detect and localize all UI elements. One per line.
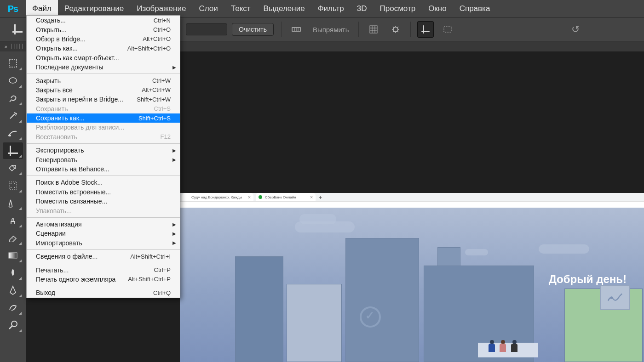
tool-quick-select[interactable] [3,107,23,124]
menu-слои[interactable]: Слои [192,0,224,17]
menu-item[interactable]: Открыть...Ctrl+O [27,25,180,34]
menu-item[interactable]: Создать...Ctrl+N [27,16,180,25]
tool-crop[interactable] [3,142,23,159]
menu-просмотр[interactable]: Просмотр [374,0,422,17]
menu-item[interactable]: Сведения о файле...Alt+Shift+Ctrl+I [27,252,180,261]
menu-item[interactable]: ЗакрытьCtrl+W [27,76,180,85]
menu-item[interactable]: Генерировать▶ [27,155,180,164]
svg-point-27 [14,183,15,184]
tool-eyedropper[interactable] [3,195,23,211]
embedded-browser-tab: СберБанк Онлайн× [256,193,316,201]
svg-point-28 [11,187,12,188]
svg-point-20 [9,78,17,83]
svg-line-30 [12,238,14,240]
crop-settings-icon[interactable] [387,21,404,38]
photoshop-logo-icon: Ps [0,0,26,18]
menu-справка[interactable]: Справка [453,0,497,17]
clear-button[interactable]: Очистить [232,23,274,36]
menu-item[interactable]: Поместить встроенные... [27,187,180,197]
svg-line-17 [397,27,398,28]
tool-zoom[interactable] [3,317,23,334]
svg-line-33 [9,326,12,329]
tool-slice[interactable] [3,160,23,176]
menu-separator [27,249,180,250]
bench-scene [478,334,538,362]
svg-point-23 [15,113,16,114]
tool-gradient[interactable] [3,247,23,264]
tool-frame[interactable] [3,177,23,194]
menu-окно[interactable]: Окно [422,0,453,17]
crop-width-input[interactable] [186,23,227,35]
menu-item: Разблокировать для записи... [27,123,180,132]
menu-separator [27,286,180,286]
reset-crop-icon[interactable]: ↺ [571,23,580,35]
toolbox [0,51,26,362]
menu-separator [27,74,180,74]
menu-item[interactable]: Экспортировать▶ [27,146,180,155]
svg-line-21 [10,100,12,102]
straighten-icon[interactable] [288,21,305,38]
document-image: Добрый день! [180,208,644,362]
svg-line-16 [393,31,394,32]
menu-фильтр[interactable]: Фильтр [311,0,351,17]
menu-текст[interactable]: Текст [224,0,257,17]
menu-item[interactable]: Закрыть и перейти в Bridge...Shift+Ctrl+… [27,95,180,104]
menu-separator [27,217,180,218]
menu-item[interactable]: Поместить связанные... [27,197,180,206]
svg-rect-31 [9,253,17,258]
tabs-expand-icon[interactable]: » [2,44,10,49]
menu-3d[interactable]: 3D [351,0,374,17]
straighten-label[interactable]: Выпрямить [313,26,349,34]
menu-выделение[interactable]: Выделение [257,0,311,17]
menu-item[interactable]: Импортировать▶ [27,238,180,248]
sber-logo-icon [360,306,381,328]
panel-grip-icon[interactable]: ┃┃┃┃┃ [10,44,24,49]
svg-line-14 [393,27,394,28]
menu-item[interactable]: Последние документы▶ [27,62,180,72]
menu-item[interactable]: Автоматизация▶ [27,220,180,229]
menu-item[interactable]: Открыть как...Alt+Shift+Ctrl+O [27,44,180,53]
crop-tool-icon[interactable] [9,21,26,38]
embedded-browser-tab: Суд» над Бондаренко. Кажды× [182,193,253,201]
greeting-text: Добрый день! [549,273,627,286]
menu-item[interactable]: Печатать...Ctrl+P [27,265,180,274]
menu-item[interactable]: Поиск в Adobe Stock... [27,178,180,187]
menu-item[interactable]: ВыходCtrl+Q [27,288,180,297]
menu-item[interactable]: Отправить на Behance... [27,164,180,174]
tool-marquee[interactable] [3,55,23,72]
tool-pen[interactable] [3,282,23,299]
menu-item: Упаковать... [27,206,180,215]
svg-rect-4 [370,26,377,33]
tool-blur[interactable] [3,265,23,281]
file-menu-dropdown: Создать...Ctrl+NОткрыть...Ctrl+OОбзор в … [26,15,180,298]
menu-item[interactable]: Сценарии▶ [27,229,180,238]
menu-item[interactable]: Печать одного экземпляраAlt+Shift+Ctrl+P [27,275,180,284]
svg-point-34 [610,296,613,299]
content-aware-icon[interactable] [439,21,456,38]
menu-item[interactable]: Сохранить как...Shift+Ctrl+S [27,113,180,123]
menu-item[interactable]: Обзор в Bridge...Alt+Ctrl+O [27,34,180,44]
tool-brush-sel[interactable] [3,125,23,141]
document-content: Суд» над Бондаренко. Кажды× СберБанк Онл… [180,193,644,208]
tool-smudge[interactable] [3,300,23,316]
svg-point-29 [14,187,15,188]
menu-separator [27,143,180,144]
tool-eraser[interactable] [3,230,23,246]
menu-item: ВосстановитьF12 [27,132,180,141]
menu-separator [27,263,180,263]
grid-overlay-icon[interactable] [365,21,382,38]
svg-rect-25 [9,182,17,189]
menu-separator [27,175,180,176]
billboard-icon [600,285,630,310]
menu-item[interactable]: Открыть как смарт-объект... [27,53,180,62]
svg-point-26 [11,183,12,184]
tool-clone[interactable] [3,212,23,229]
tool-lasso[interactable] [3,73,23,89]
menu-item[interactable]: Закрыть всеAlt+Ctrl+W [27,85,180,95]
svg-rect-18 [444,27,451,32]
svg-line-15 [397,31,398,32]
menu-item: СохранитьCtrl+S [27,104,180,113]
svg-line-22 [10,114,15,119]
tool-magic-wand[interactable] [3,90,23,107]
delete-cropped-icon[interactable] [417,21,434,38]
